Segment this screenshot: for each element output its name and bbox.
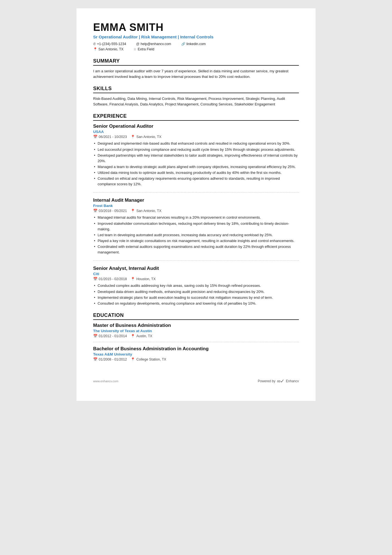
experience-bullet: Played a key role in strategic consultat… bbox=[93, 238, 299, 244]
experience-bullet: Managed internal audits for financial se… bbox=[93, 215, 299, 220]
linkedin-icon: 🔗 bbox=[181, 42, 185, 46]
location-icon: 📍 bbox=[131, 357, 135, 361]
email-value: help@enhancv.com bbox=[141, 42, 171, 46]
experience-bullet: Developed partnerships with key internal… bbox=[93, 153, 299, 164]
degree-location: 📍 Austin, TX bbox=[131, 334, 152, 338]
calendar-icon: 📅 bbox=[93, 357, 98, 361]
phone-icon: ✆ bbox=[93, 42, 96, 46]
education-title: EDUCATION bbox=[93, 312, 299, 320]
skills-section: SKILLS Risk-Based Auditing, Data Mining,… bbox=[93, 86, 299, 107]
education-section: EDUCATION Master of Business Administrat… bbox=[93, 312, 299, 361]
experience-bullet: Improved stakeholder communication techn… bbox=[93, 221, 299, 232]
job-meta: 📅 03/2018 - 05/2021 📍 San Antonio, TX bbox=[93, 209, 299, 213]
location-icon: 📍 bbox=[131, 334, 135, 338]
degree-title: Master of Business Administration bbox=[93, 323, 299, 328]
experience-bullet: Conducted complex audits addressing key … bbox=[93, 283, 299, 288]
location-value: San Antonio, TX bbox=[98, 47, 123, 51]
experience-item: Internal Audit Manager Frost Bank 📅 03/2… bbox=[93, 198, 299, 261]
degree-meta: 📅 01/2012 - 01/2014 📍 Austin, TX bbox=[93, 334, 299, 338]
experience-bullet: Led successful project improving complia… bbox=[93, 147, 299, 152]
experience-bullet: Utilized data mining tools to optimize a… bbox=[93, 170, 299, 176]
email-icon: @ bbox=[136, 42, 140, 46]
linkedin-value: linkedin.com bbox=[187, 42, 206, 46]
footer-logo: Powered by ∞✓ Enhancv bbox=[258, 378, 299, 384]
experience-title: EXPERIENCE bbox=[93, 113, 299, 121]
job-company: USAA bbox=[93, 130, 299, 134]
experience-item: Senior Analyst, Internal Audit Citi 📅 01… bbox=[93, 266, 299, 306]
degree-dates: 📅 01/2012 - 01/2014 bbox=[93, 334, 127, 338]
footer: www.enhancv.com Powered by ∞✓ Enhancv bbox=[93, 378, 299, 384]
degree-dates: 📅 01/2008 - 01/2012 bbox=[93, 357, 127, 361]
calendar-icon: 📅 bbox=[93, 209, 98, 213]
footer-website: www.enhancv.com bbox=[93, 379, 118, 383]
enhancv-logo-icon: ∞✓ bbox=[277, 378, 284, 384]
education-container: Master of Business Administration The Un… bbox=[93, 323, 299, 361]
location-icon: 📍 bbox=[131, 209, 135, 213]
summary-text: I am a senior operational auditor with o… bbox=[93, 68, 299, 80]
experience-bullet: Consulted on ethical and regulatory requ… bbox=[93, 176, 299, 187]
phone-value: +1-(234)-555-1234 bbox=[97, 42, 126, 46]
experience-bullet: Implemented strategic plans for audit ex… bbox=[93, 295, 299, 300]
contact-row-2: 📍 San Antonio, TX ☆ Extra Field bbox=[93, 47, 299, 52]
experience-bullet: Consulted on regulatory developments, en… bbox=[93, 301, 299, 306]
job-title: Internal Audit Manager bbox=[93, 198, 299, 203]
job-bullets: Conducted complex audits addressing key … bbox=[93, 283, 299, 306]
summary-section: SUMMARY I am a senior operational audito… bbox=[93, 58, 299, 80]
extra-field-contact: ☆ Extra Field bbox=[133, 47, 154, 51]
job-location: 📍 Houston, TX bbox=[131, 277, 155, 281]
resume-page: EMMA SMITH Sr Operational Auditor | Risk… bbox=[76, 8, 316, 401]
job-bullets: Designed and implemented risk-based audi… bbox=[93, 141, 299, 187]
candidate-name: EMMA SMITH bbox=[93, 22, 299, 33]
experience-bullet: Coordinated with external auditors suppo… bbox=[93, 244, 299, 255]
experience-bullet: Led team in developing automated audit p… bbox=[93, 232, 299, 238]
calendar-icon: 📅 bbox=[93, 334, 98, 338]
degree-location: 📍 College Station, TX bbox=[131, 357, 166, 361]
star-icon: ☆ bbox=[133, 47, 137, 51]
degree-school: The University of Texas at Austin bbox=[93, 329, 299, 333]
job-location: 📍 San Antonio, TX bbox=[131, 209, 161, 213]
job-location: 📍 San Antonio, TX bbox=[131, 135, 161, 139]
powered-by-text: Powered by bbox=[258, 379, 275, 383]
brand-name: Enhancv bbox=[286, 379, 299, 383]
location-contact: 📍 San Antonio, TX bbox=[93, 47, 123, 51]
job-dates: 📅 01/2015 - 02/2018 bbox=[93, 277, 127, 281]
candidate-title: Sr Operational Auditor | Risk Management… bbox=[93, 34, 299, 39]
linkedin-contact: 🔗 linkedin.com bbox=[181, 42, 206, 46]
summary-title: SUMMARY bbox=[93, 58, 299, 66]
experience-container: Senior Operational Auditor USAA 📅 06/202… bbox=[93, 124, 299, 306]
experience-bullet: Designed and implemented risk-based audi… bbox=[93, 141, 299, 146]
job-meta: 📅 01/2015 - 02/2018 📍 Houston, TX bbox=[93, 277, 299, 281]
skills-title: SKILLS bbox=[93, 86, 299, 93]
experience-bullet: Developed data-driven auditing methods, … bbox=[93, 289, 299, 295]
location-icon: 📍 bbox=[93, 47, 97, 51]
location-icon: 📍 bbox=[131, 277, 135, 281]
calendar-icon: 📅 bbox=[93, 277, 98, 281]
job-dates: 📅 06/2021 - 10/2023 bbox=[93, 135, 127, 139]
email-contact: @ help@enhancv.com bbox=[136, 42, 171, 46]
job-company: Frost Bank bbox=[93, 204, 299, 208]
degree-school: Texas A&M University bbox=[93, 352, 299, 356]
experience-item: Senior Operational Auditor USAA 📅 06/202… bbox=[93, 124, 299, 193]
job-dates: 📅 03/2018 - 05/2021 bbox=[93, 209, 127, 213]
header: EMMA SMITH Sr Operational Auditor | Risk… bbox=[93, 22, 299, 52]
contact-row-1: ✆ +1-(234)-555-1234 @ help@enhancv.com 🔗… bbox=[93, 42, 299, 47]
job-title: Senior Operational Auditor bbox=[93, 124, 299, 129]
job-bullets: Managed internal audits for financial se… bbox=[93, 215, 299, 255]
education-item: Master of Business Administration The Un… bbox=[93, 323, 299, 342]
job-company: Citi bbox=[93, 272, 299, 276]
extra-field-value: Extra Field bbox=[138, 47, 154, 51]
education-item: Bachelor of Business Administration in A… bbox=[93, 346, 299, 361]
calendar-icon: 📅 bbox=[93, 135, 98, 139]
phone-contact: ✆ +1-(234)-555-1234 bbox=[93, 42, 126, 46]
degree-meta: 📅 01/2008 - 01/2012 📍 College Station, T… bbox=[93, 357, 299, 361]
experience-section: EXPERIENCE Senior Operational Auditor US… bbox=[93, 113, 299, 306]
skills-text: Risk-Based Auditing, Data Mining, Intern… bbox=[93, 96, 299, 107]
job-title: Senior Analyst, Internal Audit bbox=[93, 266, 299, 271]
degree-title: Bachelor of Business Administration in A… bbox=[93, 346, 299, 352]
location-icon: 📍 bbox=[131, 135, 135, 139]
job-meta: 📅 06/2021 - 10/2023 📍 San Antonio, TX bbox=[93, 135, 299, 139]
experience-bullet: Managed a team to develop strategic audi… bbox=[93, 164, 299, 170]
